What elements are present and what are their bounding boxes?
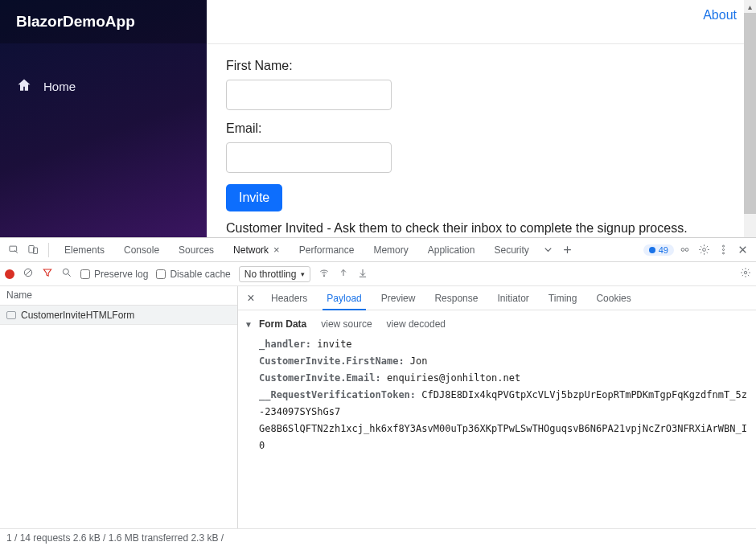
payload-panel: ▼ Form Data view source view decoded _ha…	[238, 310, 756, 454]
tab-performance[interactable]: Performance	[290, 238, 364, 262]
invite-button[interactable]: Invite	[226, 184, 282, 211]
tab-response[interactable]: Response	[425, 286, 487, 310]
devtools-statusbar: 1 / 14 requests 2.6 kB / 1.6 MB transfer…	[0, 528, 756, 546]
devtools-extension-icon[interactable]	[676, 241, 693, 259]
form-data-row: __RequestVerificationTokenCfDJ8E8DIx4kqP…	[244, 387, 750, 421]
download-icon[interactable]	[357, 267, 368, 281]
filter-icon[interactable]	[42, 267, 53, 281]
tab-cookies[interactable]: Cookies	[587, 286, 639, 310]
throttling-select[interactable]: No throttling▾	[239, 266, 311, 282]
first-name-label: First Name:	[226, 59, 737, 73]
network-toolbar: Preserve log Disable cache No throttling…	[0, 262, 756, 286]
email-input[interactable]	[226, 142, 392, 173]
upload-icon[interactable]	[338, 267, 349, 281]
section-title: Form Data	[259, 318, 306, 330]
svg-point-8	[722, 252, 724, 254]
svg-point-11	[324, 276, 325, 277]
inspect-icon[interactable]	[5, 241, 23, 259]
divider	[48, 243, 49, 257]
issues-pill[interactable]: 49	[643, 244, 674, 256]
tab-network[interactable]: Network×	[224, 238, 289, 262]
form-data-row: CustomerInvite.FirstNameJon	[244, 353, 750, 370]
svg-point-4	[685, 248, 688, 252]
close-devtools-icon[interactable]	[733, 241, 751, 259]
tab-payload[interactable]: Payload	[318, 286, 370, 310]
svg-point-3	[681, 248, 684, 252]
clear-icon[interactable]	[23, 267, 34, 281]
gear-icon[interactable]	[740, 267, 751, 281]
view-source-link[interactable]: view source	[321, 318, 372, 330]
wifi-icon[interactable]	[318, 267, 330, 281]
sidebar-item-label: Home	[43, 80, 76, 93]
svg-rect-0	[9, 246, 16, 251]
svg-point-5	[702, 248, 705, 252]
app-brand: BlazorDemoApp	[0, 0, 207, 43]
request-list-header[interactable]: Name	[0, 286, 237, 306]
svg-point-7	[722, 249, 724, 251]
chevron-down-icon: ▾	[301, 270, 305, 278]
tab-application[interactable]: Application	[419, 238, 484, 262]
close-icon[interactable]: ×	[273, 244, 280, 256]
record-icon[interactable]	[5, 269, 14, 279]
tab-security[interactable]: Security	[485, 238, 537, 262]
issue-dot-icon	[649, 247, 655, 253]
scroll-thumb[interactable]	[744, 13, 756, 214]
form-data-row: _handlerinvite	[244, 336, 750, 353]
form-data-row: CustomerInvite.Emailenquiries@jonhilton.…	[244, 370, 750, 387]
add-tab-icon[interactable]	[559, 241, 577, 259]
tab-headers[interactable]: Headers	[262, 286, 316, 310]
home-icon	[16, 77, 32, 96]
more-tabs-icon[interactable]	[540, 241, 557, 259]
about-link[interactable]: About	[703, 8, 737, 23]
svg-point-6	[722, 245, 724, 247]
close-detail-icon[interactable]: ×	[241, 291, 261, 306]
request-row[interactable]: CustomerInviteHTMLForm	[0, 306, 237, 325]
devtools-tabbar: Elements Console Sources Network× Perfor…	[0, 238, 756, 262]
sidebar: BlazorDemoApp Home	[0, 0, 207, 237]
first-name-input[interactable]	[226, 80, 392, 110]
svg-point-10	[63, 269, 68, 274]
tab-timing[interactable]: Timing	[540, 286, 586, 310]
tab-sources[interactable]: Sources	[170, 238, 223, 262]
document-icon	[6, 311, 16, 319]
tab-elements[interactable]: Elements	[55, 238, 113, 262]
status-message: Customer Invited - Ask them to check the…	[226, 221, 737, 236]
kebab-icon[interactable]	[714, 241, 732, 259]
content-area: About First Name: Email: Invite Customer…	[207, 0, 756, 237]
detail-tabs: × Headers Payload Preview Response Initi…	[238, 286, 756, 310]
svg-point-12	[744, 271, 747, 274]
form-data-row-cont: Ge8B6SlQFTN2zh1xcj_hk6xf8Y3AsvM00uTp36XK…	[244, 421, 750, 454]
tab-initiator[interactable]: Initiator	[488, 286, 537, 310]
sidebar-item-home[interactable]: Home	[0, 71, 207, 102]
tab-console[interactable]: Console	[115, 238, 168, 262]
email-label: Email:	[226, 121, 737, 136]
request-list: Name CustomerInviteHTMLForm	[0, 286, 238, 528]
view-decoded-link[interactable]: view decoded	[387, 318, 446, 330]
disable-cache-checkbox[interactable]: Disable cache	[156, 269, 230, 280]
gear-icon[interactable]	[695, 241, 713, 259]
disclosure-triangle-icon[interactable]: ▼	[244, 320, 253, 329]
device-toggle-icon[interactable]	[24, 241, 42, 259]
scroll-up-icon[interactable]: ▴	[744, 0, 756, 13]
preserve-log-checkbox[interactable]: Preserve log	[80, 269, 148, 280]
search-icon[interactable]	[61, 267, 72, 281]
scrollbar[interactable]: ▴	[744, 0, 756, 237]
tab-memory[interactable]: Memory	[364, 238, 417, 262]
devtools: Elements Console Sources Network× Perfor…	[0, 237, 756, 546]
tab-preview[interactable]: Preview	[372, 286, 425, 310]
